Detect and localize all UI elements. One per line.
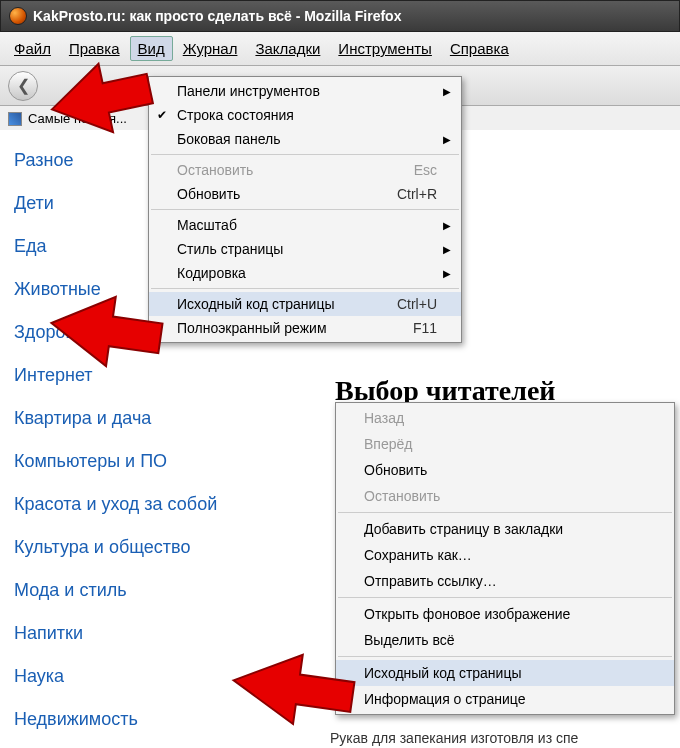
menu-zoom[interactable]: Масштаб▶ — [149, 213, 461, 237]
ctx-select-all[interactable]: Выделить всё — [336, 627, 674, 653]
chevron-right-icon: ▶ — [443, 220, 451, 231]
chevron-right-icon: ▶ — [443, 86, 451, 97]
separator — [338, 512, 672, 513]
menu-tools[interactable]: Инструменты — [330, 36, 440, 61]
firefox-icon — [9, 7, 27, 25]
check-icon: ✔ — [157, 108, 167, 122]
ctx-back: Назад — [336, 405, 674, 431]
ctx-reload[interactable]: Обновить — [336, 457, 674, 483]
sidebar-item[interactable]: Культура и общество — [14, 537, 294, 558]
ctx-save-as[interactable]: Сохранить как… — [336, 542, 674, 568]
menu-view[interactable]: Вид — [130, 36, 173, 61]
menu-fullscreen[interactable]: Полноэкранный режимF11 — [149, 316, 461, 340]
chevron-right-icon: ▶ — [443, 244, 451, 255]
view-menu-dropdown: Панели инструментов▶ ✔ Строка состояния … — [148, 76, 462, 343]
sidebar-item[interactable]: Напитки — [14, 623, 294, 644]
menu-toolbars[interactable]: Панели инструментов▶ — [149, 79, 461, 103]
sidebar-item[interactable]: Квартира и дача — [14, 408, 294, 429]
sidebar-item[interactable]: Красота и уход за собой — [14, 494, 294, 515]
menu-help[interactable]: Справка — [442, 36, 517, 61]
chevron-left-icon: ❮ — [17, 76, 30, 95]
menu-reload[interactable]: ОбновитьCtrl+R — [149, 182, 461, 206]
chevron-right-icon: ▶ — [443, 134, 451, 145]
ctx-stop: Остановить — [336, 483, 674, 509]
sidebar-item[interactable]: Наука — [14, 666, 294, 687]
context-menu: Назад Вперёд Обновить Остановить Добавит… — [335, 402, 675, 715]
separator — [151, 288, 459, 289]
ctx-add-bookmark[interactable]: Добавить страницу в закладки — [336, 516, 674, 542]
separator — [151, 154, 459, 155]
sidebar-item[interactable]: Мода и стиль — [14, 580, 294, 601]
ctx-page-source[interactable]: Исходный код страницы — [336, 660, 674, 686]
bookmark-most-visited[interactable]: Самые популя... — [28, 111, 127, 126]
back-button[interactable]: ❮ — [8, 71, 38, 101]
chevron-right-icon: ▶ — [443, 268, 451, 279]
menu-stop: ОстановитьEsc — [149, 158, 461, 182]
menu-page-style[interactable]: Стиль страницы▶ — [149, 237, 461, 261]
menu-status-bar[interactable]: ✔ Строка состояния — [149, 103, 461, 127]
ctx-send-link[interactable]: Отправить ссылку… — [336, 568, 674, 594]
sidebar-item[interactable]: Интернет — [14, 365, 294, 386]
menu-encoding[interactable]: Кодировка▶ — [149, 261, 461, 285]
separator — [338, 597, 672, 598]
bookmark-favicon — [8, 112, 22, 126]
ctx-open-bg-image[interactable]: Открыть фоновое изображение — [336, 601, 674, 627]
menu-bookmarks[interactable]: Закладки — [247, 36, 328, 61]
menu-edit[interactable]: Правка — [61, 36, 128, 61]
menu-page-source[interactable]: Исходный код страницыCtrl+U — [149, 292, 461, 316]
sidebar-item[interactable]: Недвижимость — [14, 709, 294, 730]
window-title: KakProsto.ru: как просто сделать всё - M… — [33, 8, 401, 24]
separator — [151, 209, 459, 210]
ctx-forward: Вперёд — [336, 431, 674, 457]
sidebar-item[interactable]: Компьютеры и ПО — [14, 451, 294, 472]
ctx-page-info[interactable]: Информация о странице — [336, 686, 674, 712]
menu-file[interactable]: Файл — [6, 36, 59, 61]
menubar: Файл Правка Вид Журнал Закладки Инструме… — [0, 32, 680, 66]
separator — [338, 656, 672, 657]
article-snippet: Рукав для запекания изготовля из спе — [330, 730, 578, 746]
window-titlebar: KakProsto.ru: как просто сделать всё - M… — [0, 0, 680, 32]
menu-history[interactable]: Журнал — [175, 36, 246, 61]
menu-side-panel[interactable]: Боковая панель▶ — [149, 127, 461, 151]
